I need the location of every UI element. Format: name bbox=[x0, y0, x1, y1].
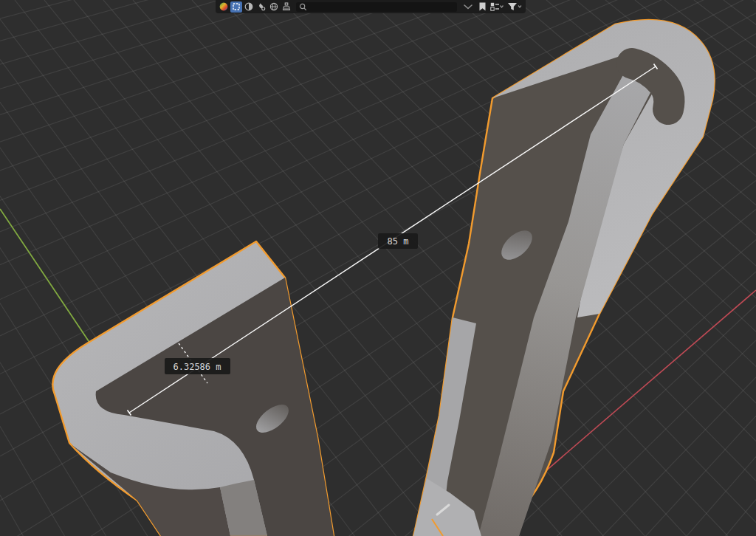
measurement-label-thickness: 6.32586 m bbox=[165, 358, 230, 374]
matcap-sphere-glyph bbox=[219, 2, 228, 11]
matcap-sphere-icon[interactable] bbox=[218, 1, 230, 13]
filter-icon[interactable] bbox=[506, 1, 523, 13]
brush-icon[interactable] bbox=[281, 1, 292, 13]
box-select-icon[interactable] bbox=[230, 1, 242, 13]
collapse-chevron-icon[interactable] bbox=[461, 1, 475, 13]
outliner-glyph bbox=[490, 2, 504, 11]
outliner-display-icon[interactable] bbox=[489, 1, 505, 13]
measurement-label-distance: 85 m bbox=[378, 233, 418, 249]
chevron-down-icon bbox=[463, 3, 473, 10]
filter-funnel-glyph bbox=[507, 2, 523, 11]
scene-canvas[interactable]: 85 m 6.32586 m bbox=[0, 0, 756, 536]
bookmark-icon[interactable] bbox=[476, 1, 488, 13]
top-toolbar bbox=[216, 0, 526, 13]
droplet-icon[interactable] bbox=[255, 1, 267, 13]
bookmark-glyph bbox=[478, 2, 487, 11]
contrast-sphere-glyph bbox=[244, 2, 253, 11]
search-icon bbox=[299, 3, 307, 11]
viewport-3d[interactable]: 85 m 6.32586 m bbox=[0, 0, 756, 536]
search-input[interactable] bbox=[309, 2, 454, 11]
globe-glyph bbox=[269, 2, 278, 11]
toolbar-right-group bbox=[461, 1, 523, 13]
contrast-sphere-icon[interactable] bbox=[243, 1, 255, 13]
thickness-value: 6.32586 m bbox=[173, 362, 221, 372]
box-select-glyph bbox=[232, 2, 241, 11]
droplet-glyph bbox=[257, 2, 266, 11]
distance-value: 85 m bbox=[388, 236, 409, 247]
brush-glyph bbox=[282, 2, 291, 11]
globe-icon[interactable] bbox=[268, 1, 280, 13]
command-search[interactable] bbox=[296, 2, 457, 12]
